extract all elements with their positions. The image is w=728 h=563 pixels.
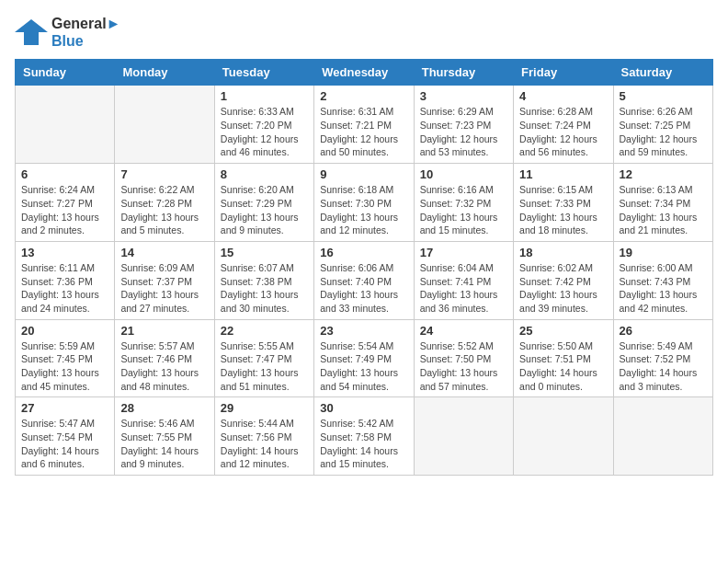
- calendar-day-cell: 12Sunrise: 6:13 AMSunset: 7:34 PMDayligh…: [613, 164, 712, 242]
- calendar-day-cell: 21Sunrise: 5:57 AMSunset: 7:46 PMDayligh…: [115, 319, 214, 397]
- day-info: Sunrise: 6:13 AMSunset: 7:34 PMDaylight:…: [620, 183, 707, 237]
- day-number: 20: [21, 324, 108, 338]
- calendar-week-row: 20Sunrise: 5:59 AMSunset: 7:45 PMDayligh…: [16, 319, 713, 397]
- day-of-week-header: Friday: [514, 60, 613, 86]
- calendar-day-cell: 23Sunrise: 5:54 AMSunset: 7:49 PMDayligh…: [314, 319, 414, 397]
- calendar-day-cell: 6Sunrise: 6:24 AMSunset: 7:27 PMDaylight…: [16, 164, 115, 242]
- day-info: Sunrise: 6:06 AMSunset: 7:40 PMDaylight:…: [320, 261, 407, 316]
- calendar-day-cell: [414, 397, 513, 476]
- day-info: Sunrise: 6:22 AMSunset: 7:28 PMDaylight:…: [120, 183, 208, 237]
- day-info: Sunrise: 6:11 AMSunset: 7:36 PMDaylight:…: [21, 261, 108, 316]
- day-info: Sunrise: 5:49 AMSunset: 7:52 PMDaylight:…: [620, 339, 707, 394]
- day-info: Sunrise: 5:55 AMSunset: 7:47 PMDaylight:…: [221, 339, 308, 394]
- day-info: Sunrise: 6:28 AMSunset: 7:24 PMDaylight:…: [519, 105, 607, 159]
- calendar-day-cell: 27Sunrise: 5:47 AMSunset: 7:54 PMDayligh…: [16, 397, 115, 476]
- day-number: 3: [420, 89, 507, 103]
- day-info: Sunrise: 6:15 AMSunset: 7:33 PMDaylight:…: [519, 183, 607, 237]
- calendar-day-cell: [115, 86, 214, 164]
- day-number: 29: [221, 401, 308, 415]
- day-info: Sunrise: 6:16 AMSunset: 7:32 PMDaylight:…: [420, 183, 507, 237]
- day-info: Sunrise: 6:33 AMSunset: 7:20 PMDaylight:…: [221, 105, 308, 159]
- day-number: 7: [120, 167, 208, 181]
- calendar-table: SundayMondayTuesdayWednesdayThursdayFrid…: [15, 59, 713, 476]
- calendar-day-cell: 22Sunrise: 5:55 AMSunset: 7:47 PMDayligh…: [214, 319, 313, 397]
- calendar-day-cell: 26Sunrise: 5:49 AMSunset: 7:52 PMDayligh…: [613, 319, 712, 397]
- day-info: Sunrise: 6:26 AMSunset: 7:25 PMDaylight:…: [620, 105, 707, 159]
- calendar-week-row: 6Sunrise: 6:24 AMSunset: 7:27 PMDaylight…: [16, 164, 713, 242]
- day-info: Sunrise: 6:18 AMSunset: 7:30 PMDaylight:…: [320, 183, 407, 237]
- day-number: 21: [120, 324, 208, 338]
- day-info: Sunrise: 5:44 AMSunset: 7:56 PMDaylight:…: [221, 417, 308, 471]
- day-of-week-header: Saturday: [613, 60, 712, 86]
- day-number: 27: [21, 401, 108, 415]
- calendar-day-cell: 15Sunrise: 6:07 AMSunset: 7:38 PMDayligh…: [214, 241, 313, 319]
- day-number: 17: [420, 246, 507, 259]
- calendar-day-cell: 16Sunrise: 6:06 AMSunset: 7:40 PMDayligh…: [314, 241, 414, 319]
- calendar-day-cell: 4Sunrise: 6:28 AMSunset: 7:24 PMDaylight…: [514, 86, 613, 164]
- calendar-week-row: 13Sunrise: 6:11 AMSunset: 7:36 PMDayligh…: [16, 241, 713, 319]
- page-header: General►Blue: [15, 15, 713, 50]
- day-info: Sunrise: 6:02 AMSunset: 7:42 PMDaylight:…: [519, 261, 607, 316]
- day-info: Sunrise: 6:31 AMSunset: 7:21 PMDaylight:…: [320, 105, 407, 159]
- day-info: Sunrise: 6:00 AMSunset: 7:43 PMDaylight:…: [620, 261, 707, 316]
- day-number: 4: [519, 89, 607, 103]
- day-info: Sunrise: 5:52 AMSunset: 7:50 PMDaylight:…: [420, 339, 507, 394]
- day-info: Sunrise: 6:07 AMSunset: 7:38 PMDaylight:…: [221, 261, 308, 316]
- day-info: Sunrise: 6:24 AMSunset: 7:27 PMDaylight:…: [21, 183, 108, 237]
- day-of-week-header: Sunday: [16, 60, 115, 86]
- day-number: 9: [320, 167, 407, 181]
- calendar-day-cell: 7Sunrise: 6:22 AMSunset: 7:28 PMDaylight…: [115, 164, 214, 242]
- day-info: Sunrise: 5:50 AMSunset: 7:51 PMDaylight:…: [519, 339, 607, 394]
- calendar-day-cell: 11Sunrise: 6:15 AMSunset: 7:33 PMDayligh…: [514, 164, 613, 242]
- day-info: Sunrise: 5:42 AMSunset: 7:58 PMDaylight:…: [320, 417, 407, 471]
- calendar-day-cell: 5Sunrise: 6:26 AMSunset: 7:25 PMDaylight…: [613, 86, 712, 164]
- calendar-day-cell: 29Sunrise: 5:44 AMSunset: 7:56 PMDayligh…: [214, 397, 313, 476]
- day-number: 26: [620, 324, 707, 338]
- calendar-day-cell: [613, 397, 712, 476]
- day-info: Sunrise: 5:46 AMSunset: 7:55 PMDaylight:…: [120, 417, 208, 471]
- day-info: Sunrise: 5:54 AMSunset: 7:49 PMDaylight:…: [320, 339, 407, 394]
- day-of-week-header: Monday: [115, 60, 214, 86]
- calendar-day-cell: 28Sunrise: 5:46 AMSunset: 7:55 PMDayligh…: [115, 397, 214, 476]
- calendar-day-cell: 24Sunrise: 5:52 AMSunset: 7:50 PMDayligh…: [414, 319, 513, 397]
- day-number: 30: [320, 401, 407, 415]
- day-number: 8: [221, 167, 308, 181]
- day-number: 24: [420, 324, 507, 338]
- calendar-day-cell: 8Sunrise: 6:20 AMSunset: 7:29 PMDaylight…: [214, 164, 313, 242]
- day-number: 25: [519, 324, 607, 338]
- calendar-day-cell: 2Sunrise: 6:31 AMSunset: 7:21 PMDaylight…: [314, 86, 414, 164]
- day-number: 1: [221, 89, 308, 103]
- day-number: 14: [120, 246, 208, 259]
- day-number: 19: [620, 246, 707, 259]
- calendar-week-row: 27Sunrise: 5:47 AMSunset: 7:54 PMDayligh…: [16, 397, 713, 476]
- day-info: Sunrise: 5:47 AMSunset: 7:54 PMDaylight:…: [21, 417, 108, 471]
- calendar-day-cell: 30Sunrise: 5:42 AMSunset: 7:58 PMDayligh…: [314, 397, 414, 476]
- calendar-day-cell: 13Sunrise: 6:11 AMSunset: 7:36 PMDayligh…: [16, 241, 115, 319]
- day-number: 5: [620, 89, 707, 103]
- day-of-week-header: Tuesday: [214, 60, 313, 86]
- day-of-week-header: Wednesday: [314, 60, 414, 86]
- day-number: 2: [320, 89, 407, 103]
- day-number: 16: [320, 246, 407, 259]
- day-info: Sunrise: 6:04 AMSunset: 7:41 PMDaylight:…: [420, 261, 507, 316]
- day-info: Sunrise: 6:09 AMSunset: 7:37 PMDaylight:…: [120, 261, 208, 316]
- day-number: 11: [519, 167, 607, 181]
- calendar-day-cell: 20Sunrise: 5:59 AMSunset: 7:45 PMDayligh…: [16, 319, 115, 397]
- calendar-day-cell: 14Sunrise: 6:09 AMSunset: 7:37 PMDayligh…: [115, 241, 214, 319]
- calendar-week-row: 1Sunrise: 6:33 AMSunset: 7:20 PMDaylight…: [16, 86, 713, 164]
- calendar-day-cell: 3Sunrise: 6:29 AMSunset: 7:23 PMDaylight…: [414, 86, 513, 164]
- day-number: 23: [320, 324, 407, 338]
- calendar-header-row: SundayMondayTuesdayWednesdayThursdayFrid…: [16, 60, 713, 86]
- day-info: Sunrise: 6:29 AMSunset: 7:23 PMDaylight:…: [420, 105, 507, 159]
- calendar-day-cell: 19Sunrise: 6:00 AMSunset: 7:43 PMDayligh…: [613, 241, 712, 319]
- day-info: Sunrise: 5:59 AMSunset: 7:45 PMDaylight:…: [21, 339, 108, 394]
- calendar-day-cell: 10Sunrise: 6:16 AMSunset: 7:32 PMDayligh…: [414, 164, 513, 242]
- day-number: 18: [519, 246, 607, 259]
- logo: General►Blue: [15, 15, 120, 50]
- day-number: 15: [221, 246, 308, 259]
- calendar-day-cell: 1Sunrise: 6:33 AMSunset: 7:20 PMDaylight…: [214, 86, 313, 164]
- day-number: 22: [221, 324, 308, 338]
- calendar-day-cell: [514, 397, 613, 476]
- day-info: Sunrise: 5:57 AMSunset: 7:46 PMDaylight:…: [120, 339, 208, 394]
- day-number: 28: [120, 401, 208, 415]
